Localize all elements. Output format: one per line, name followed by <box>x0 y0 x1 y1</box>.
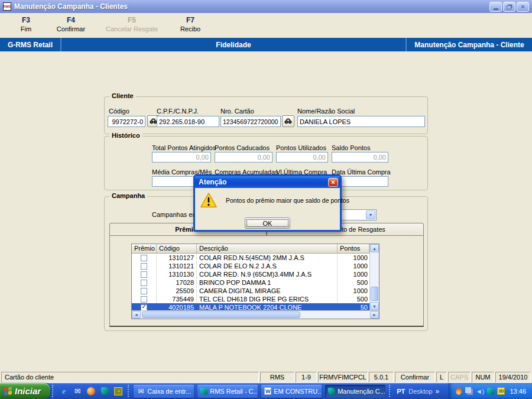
scroll-left-icon[interactable]: ◄ <box>132 311 141 319</box>
status-segment: CAPS <box>448 372 471 382</box>
table-row[interactable]: 17028 BRINCO POP DAMMA 1 500 <box>132 278 369 287</box>
toolbar-button-key: F4 <box>45 16 97 24</box>
cpf-input[interactable] <box>157 116 219 127</box>
restore-icon <box>507 5 511 9</box>
media-player-icon[interactable] <box>87 387 95 395</box>
toolbar-button[interactable]: F3 Fim <box>7 16 45 38</box>
internet-explorer-icon[interactable]: e <box>59 387 69 396</box>
toolbar-button-label: Cancelar Resgate <box>97 25 167 33</box>
premio-checkbox[interactable] <box>141 271 147 278</box>
cartao-label: Nro. Cartão <box>220 108 254 115</box>
scroll-right-icon[interactable]: ► <box>370 311 379 319</box>
horizontal-scrollbar[interactable]: ◄ ► <box>132 310 379 319</box>
premio-checkbox[interactable] <box>141 263 147 270</box>
taskbar-divider <box>389 385 391 397</box>
table-row[interactable]: 735449 TEL CEL DH618 DIG PRE PG ERICS 50… <box>132 295 369 303</box>
historico-field-label: Total Pontos Atingidos <box>152 144 211 151</box>
status-segment: Confirmar <box>395 372 435 382</box>
task-icon <box>200 388 207 395</box>
start-button[interactable]: Iniciar <box>0 383 50 399</box>
horizontal-scroll-thumb[interactable] <box>142 312 300 318</box>
close-button[interactable]: × <box>517 2 529 12</box>
rms-tray-icon[interactable] <box>487 388 494 395</box>
status-segment: RMS <box>260 372 294 382</box>
status-segment: NUM <box>472 372 494 382</box>
toolbar-button[interactable]: F5 Cancelar Resgate <box>97 16 167 38</box>
header-band: G-RMS Retail Fidelidade Manutenção Campa… <box>0 38 532 51</box>
cartao-input[interactable] <box>220 116 281 127</box>
premio-checkbox[interactable] <box>141 288 147 294</box>
historico-field-label: Pontos Caducados <box>215 144 273 151</box>
search-cartao-button[interactable] <box>282 115 294 127</box>
start-label: Iniciar <box>15 386 41 396</box>
rms-icon[interactable] <box>101 387 109 395</box>
table-row[interactable]: 4020185 MALA P NOTEBOOK 2204 CLONE 50 <box>132 303 369 310</box>
row-pontos: 1000 <box>338 262 369 270</box>
row-descricao: COLAR RED.N.5(45CM) 2MM J.A.S <box>197 254 338 262</box>
restore-button[interactable] <box>503 2 515 12</box>
row-codigo: 735449 <box>157 295 197 303</box>
chevron-icon[interactable]: » <box>436 387 440 395</box>
ok-button[interactable]: OK <box>245 218 290 229</box>
toolbar-button[interactable]: F4 Confirmar <box>45 16 97 38</box>
dialog-close-button[interactable]: × <box>328 178 338 187</box>
row-descricao: TEL CEL DH618 DIG PRE PG ERICS <box>197 295 338 303</box>
cpf-label: C.P.F./C.N.P.J. <box>157 108 199 115</box>
col-pontos: Pontos <box>338 244 369 254</box>
row-pontos: 1000 <box>338 287 369 295</box>
scroll-up-icon[interactable]: ▲ <box>370 244 379 252</box>
system-tray: ◄) 3D 13:46 <box>449 383 532 399</box>
row-codigo: 4020185 <box>157 303 197 310</box>
function-toolbar: F3 Fim F4 Confirmar F5 Cancelar Resgate … <box>0 13 532 38</box>
toolbar-button[interactable]: F7 Recibo <box>167 16 214 38</box>
historico-field: Pontos Caducados <box>215 144 273 163</box>
desktop-label: Desktop <box>408 388 432 395</box>
network-tray-icon[interactable] <box>465 387 471 393</box>
vertical-scroll-thumb[interactable] <box>371 287 378 301</box>
premio-checkbox[interactable] <box>141 304 147 311</box>
taskbar-divider <box>52 385 54 397</box>
table-row[interactable]: 1310127 COLAR RED.N.5(45CM) 2MM J.A.S 10… <box>132 254 369 262</box>
taskbar-divider <box>128 385 130 397</box>
premios-tab-content: Prêmio Código Descrição Pontos 1310127 <box>109 235 424 327</box>
desktop-toolbar[interactable]: Desktop » <box>408 387 439 395</box>
row-descricao: COLAR RED. N.9 (65CM)3.4MM J.A.S <box>197 270 338 278</box>
volume-tray-icon[interactable]: ◄) <box>476 387 484 395</box>
language-indicator[interactable]: PT <box>393 387 408 396</box>
premio-checkbox[interactable] <box>141 280 147 286</box>
toolbar-button-key: F7 <box>167 16 214 24</box>
campanha-tabpanel: Prêmios Cancelamento de Resgates Prêmio <box>109 223 424 327</box>
tray-clock: 13:46 <box>510 388 526 395</box>
table-row[interactable]: 1310121 COLAR DE ELO N.2 J.A.S 1000 <box>132 262 369 270</box>
dialog-title: Atenção <box>199 178 226 186</box>
nome-input[interactable] <box>297 116 425 127</box>
premio-checkbox[interactable] <box>141 255 147 261</box>
table-row[interactable]: 25509 CAMERA DIGITAL MIRAGE 1000 <box>132 287 369 295</box>
table-row[interactable]: 1310130 COLAR RED. N.9 (65CM)3.4MM J.A.S… <box>132 270 369 278</box>
task-button[interactable]: Manutenção C... <box>325 385 385 398</box>
task-button[interactable]: RMS Retail - C... <box>197 385 258 398</box>
task-button[interactable]: Caixa de entr... <box>134 385 194 398</box>
chevron-down-icon[interactable]: ▼ <box>366 210 375 219</box>
premio-checkbox[interactable] <box>141 296 147 303</box>
scroll-down-icon[interactable]: ▼ <box>370 302 379 310</box>
status-message: Cartão do cliente <box>1 372 259 382</box>
row-codigo: 17028 <box>157 278 197 287</box>
task-button[interactable]: EM CONSTRU... <box>261 385 322 398</box>
minimize-button[interactable] <box>489 2 502 12</box>
toolbar-button-label: Confirmar <box>45 25 97 33</box>
row-pontos: 1000 <box>338 254 369 262</box>
prizes-table: Prêmio Código Descrição Pontos 1310127 <box>131 244 379 319</box>
vertical-scrollbar[interactable]: ▲ ▼ <box>369 244 379 310</box>
nome-label: Nome/Razão Social <box>297 108 355 115</box>
flame-tray-icon[interactable] <box>455 387 462 395</box>
mail-icon[interactable]: ✉ <box>73 387 82 396</box>
historico-field: Saldo Pontos <box>332 144 388 163</box>
scheduler-icon[interactable]: ◔ <box>114 387 122 395</box>
app-icon: RMS <box>3 2 11 11</box>
3d-tray-icon[interactable]: 3D <box>497 387 505 395</box>
codigo-input[interactable] <box>108 116 145 127</box>
historico-group-title: Histórico <box>109 132 142 139</box>
band-screen-name: Manutenção Campanha - Cliente <box>406 38 532 51</box>
statusbar: Cartão do cliente RMS 1-9 FRMVFIMCPCL 5.… <box>0 371 532 383</box>
